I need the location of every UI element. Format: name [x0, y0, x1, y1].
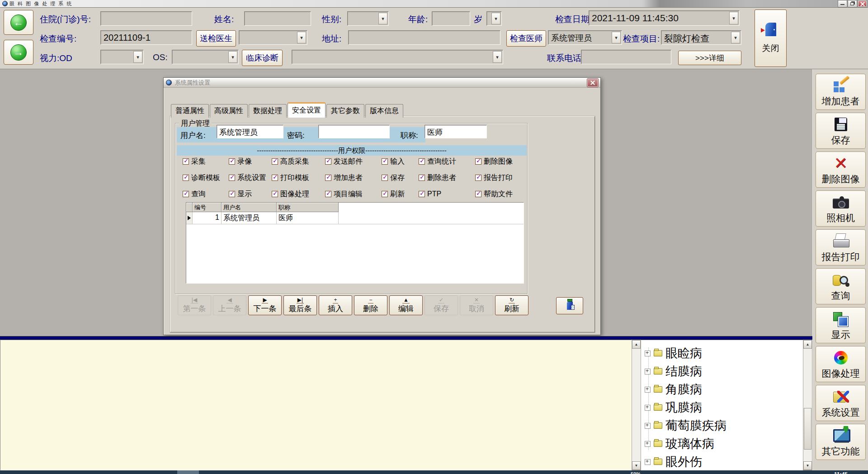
send-doctor-button[interactable]: 送检医生	[196, 30, 236, 47]
dialog-close-icon[interactable]	[587, 79, 598, 87]
sidebar-camera-button[interactable]: 照相机	[816, 190, 866, 227]
perm-query-stats[interactable]: 查询统计	[419, 157, 475, 166]
title-field[interactable]: 医师	[425, 125, 487, 138]
perm-help-file[interactable]: 帮助文件	[475, 190, 526, 199]
forward-button[interactable]: →	[4, 40, 33, 65]
detail-button[interactable]: >>>详细	[678, 51, 741, 65]
tree-left-scrollbar[interactable]: ▲ ▼	[632, 340, 641, 470]
sidebar-add-patient-button[interactable]: 增加患者	[816, 74, 866, 110]
tree-item-cornea[interactable]: 角膜病	[645, 382, 702, 397]
table-row[interactable]: 1 系统管理员 医师	[186, 212, 524, 224]
expand-plus-icon[interactable]	[645, 369, 651, 374]
save-button[interactable]: ✓保存	[425, 295, 458, 315]
exam-item-select[interactable]: 裂隙灯检查	[661, 30, 741, 45]
username-field[interactable]: 系统管理员	[217, 125, 283, 138]
tree-item-eyelid[interactable]: 眼睑病	[645, 346, 702, 361]
sidebar-delete-image-button[interactable]: ✕删除图像	[816, 152, 866, 188]
age-unit-select[interactable]	[486, 11, 502, 26]
sidebar-report-print-button[interactable]: 报告打印	[816, 229, 866, 265]
tree-item-conjunctiva[interactable]: 结膜病	[645, 364, 702, 379]
os-select[interactable]	[172, 50, 239, 64]
expand-plus-icon[interactable]	[645, 441, 651, 447]
perm-add-patient[interactable]: 增加患者	[325, 173, 382, 183]
phone-field[interactable]	[581, 50, 671, 64]
clinical-diag-select[interactable]	[292, 50, 503, 64]
insert-button[interactable]: +插入	[319, 295, 352, 315]
name-field[interactable]	[244, 11, 311, 26]
tab-general[interactable]: 普通属性	[171, 104, 209, 118]
perm-image-processing[interactable]: 图像处理	[272, 190, 325, 199]
sidebar-other-functions-button[interactable]: 其它功能	[816, 424, 866, 460]
perm-report-print[interactable]: 报告打印	[475, 173, 526, 183]
back-button[interactable]: ←	[4, 10, 33, 35]
tree-item-sclera[interactable]: 巩膜病	[645, 400, 702, 415]
refresh-button[interactable]: ↻刷新	[495, 295, 528, 315]
taskbar[interactable]: 50% 11:45	[0, 470, 868, 474]
last-record-button[interactable]: ▶|最后条	[283, 295, 317, 315]
exam-doctor-button[interactable]: 检查医师	[506, 30, 546, 47]
expand-plus-icon[interactable]	[645, 387, 651, 393]
tab-advanced[interactable]: 高级属性	[210, 104, 248, 118]
taskbar-button-sliver[interactable]	[177, 470, 199, 474]
gender-select[interactable]	[347, 11, 389, 26]
perm-item-edit[interactable]: 项目编辑	[325, 190, 382, 199]
dialog-exit-button[interactable]	[556, 297, 583, 314]
perm-hq-capture[interactable]: 高质采集	[272, 157, 325, 166]
scroll-up-icon[interactable]: ▲	[632, 340, 641, 349]
age-field[interactable]	[432, 11, 470, 26]
scroll-up-icon[interactable]: ▲	[803, 340, 812, 349]
tab-version[interactable]: 版本信息	[365, 104, 403, 118]
edit-button[interactable]: ▲编辑	[389, 295, 423, 315]
delete-button[interactable]: −删除	[354, 295, 387, 315]
perm-delete-patient[interactable]: 删除患者	[419, 173, 475, 183]
perm-print-template[interactable]: 打印模板	[272, 173, 325, 183]
expand-plus-icon[interactable]	[645, 351, 651, 356]
notes-panel[interactable]	[0, 340, 632, 470]
scrollbar-thumb[interactable]	[804, 408, 811, 450]
expand-plus-icon[interactable]	[645, 459, 651, 465]
sidebar-image-processing-button[interactable]: 图像处理	[816, 346, 866, 382]
sidebar-query-button[interactable]: 查询	[816, 268, 866, 304]
admission-no-field[interactable]	[100, 11, 192, 26]
address-field[interactable]	[348, 30, 500, 45]
perm-delete-image[interactable]: 删除图像	[475, 157, 526, 166]
expand-plus-icon[interactable]	[645, 405, 651, 411]
perm-display[interactable]: 显示	[229, 190, 272, 199]
vision-od-select[interactable]	[100, 50, 144, 64]
exam-no-field[interactable]: 20211109-1	[100, 30, 192, 45]
perm-diag-template[interactable]: 诊断模板	[183, 173, 229, 183]
tab-other-params[interactable]: 其它参数	[326, 104, 364, 118]
first-record-button[interactable]: |◀第一条	[178, 295, 211, 315]
perm-input[interactable]: 输入	[382, 157, 419, 166]
perm-record[interactable]: 录像	[229, 157, 272, 166]
close-app-button[interactable]: 关闭	[755, 9, 787, 67]
sidebar-display-button[interactable]: 显示	[816, 307, 866, 343]
tree-item-vitreous[interactable]: 玻璃体病	[645, 436, 714, 451]
tab-data-processing[interactable]: 数据处理	[249, 104, 287, 118]
exam-doctor-select[interactable]: 系统管理员	[548, 30, 622, 45]
expand-plus-icon[interactable]	[645, 423, 651, 429]
perm-refresh[interactable]: 刷新	[382, 190, 419, 199]
tree-item-eye-injury[interactable]: 眼外伤	[645, 454, 702, 469]
sidebar-save-button[interactable]: 保存	[816, 113, 866, 149]
perm-send-mail[interactable]: 发送邮件	[325, 157, 382, 166]
scroll-down-icon[interactable]: ▼	[803, 461, 812, 470]
minimize-icon[interactable]	[838, 0, 847, 7]
perm-save[interactable]: 保存	[382, 173, 419, 183]
send-doctor-select[interactable]	[239, 30, 307, 45]
sidebar-system-settings-button[interactable]: 系统设置	[816, 385, 866, 421]
password-field[interactable]	[318, 125, 390, 138]
tab-security[interactable]: 安全设置	[288, 102, 326, 118]
perm-ptp[interactable]: PTP	[419, 190, 475, 198]
perm-system-settings[interactable]: 系统设置	[229, 173, 272, 183]
perm-query[interactable]: 查询	[183, 190, 229, 199]
tree-item-uvea[interactable]: 葡萄膜疾病	[645, 418, 726, 433]
close-icon[interactable]	[858, 0, 867, 7]
exam-date-select[interactable]: 2021-11-09 11:45:30	[589, 10, 740, 26]
cancel-button[interactable]: ✕取消	[460, 295, 493, 315]
prev-record-button[interactable]: ◀上一条	[213, 295, 246, 315]
next-record-button[interactable]: ▶下一条	[248, 295, 282, 315]
scroll-down-icon[interactable]: ▼	[632, 461, 641, 470]
tree-right-scrollbar[interactable]: ▲ ▼	[803, 340, 812, 470]
restore-icon[interactable]	[848, 0, 857, 7]
